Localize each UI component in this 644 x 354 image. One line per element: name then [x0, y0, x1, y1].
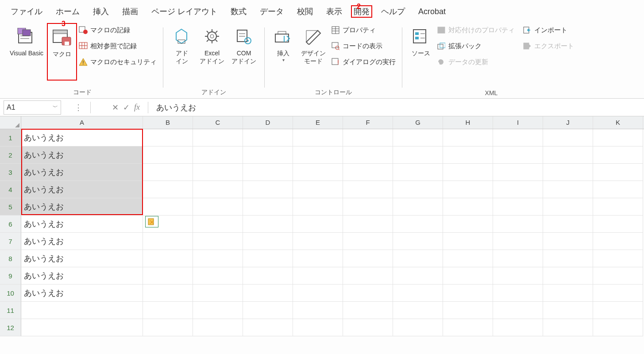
cell-C9[interactable]: [193, 267, 243, 285]
cell-E1[interactable]: [293, 129, 343, 146]
design-mode-button[interactable]: デザイン モード: [297, 23, 329, 81]
menu-item-4[interactable]: ページ レイアウト: [147, 5, 222, 18]
cell-E4[interactable]: [293, 181, 343, 198]
enter-icon[interactable]: ✓: [123, 103, 130, 112]
cell-C6[interactable]: [193, 215, 243, 233]
cell-A3[interactable]: あいうえお: [21, 164, 143, 181]
cell-G6[interactable]: [393, 215, 443, 233]
cell-A10[interactable]: あいうえお: [21, 285, 143, 302]
cell-H7[interactable]: [443, 233, 493, 250]
cell-B9[interactable]: [143, 267, 193, 285]
menu-item-8[interactable]: 表示: [322, 5, 347, 18]
cell-J6[interactable]: [543, 215, 593, 233]
name-box[interactable]: A1 ﹀: [4, 100, 61, 115]
cell-B2[interactable]: [143, 146, 193, 164]
cell-E11[interactable]: [293, 302, 343, 319]
column-header-F[interactable]: F: [343, 116, 393, 129]
cell-K1[interactable]: [593, 129, 643, 146]
cell-G10[interactable]: [393, 285, 443, 302]
cell-F5[interactable]: [343, 198, 393, 215]
view-code-button[interactable]: コードの表示: [331, 42, 396, 50]
cell-A7[interactable]: あいうえお: [21, 233, 143, 250]
cell-E3[interactable]: [293, 164, 343, 181]
menu-item-10[interactable]: ヘルプ: [377, 5, 409, 18]
cell-H11[interactable]: [443, 302, 493, 319]
macro-button[interactable]: マクロ: [47, 23, 77, 81]
cell-K5[interactable]: [593, 198, 643, 215]
cell-C1[interactable]: [193, 129, 243, 146]
cell-B10[interactable]: [143, 285, 193, 302]
cell-D4[interactable]: [243, 181, 293, 198]
cell-C10[interactable]: [193, 285, 243, 302]
cell-F12[interactable]: [343, 319, 393, 336]
cell-D11[interactable]: [243, 302, 293, 319]
cell-J9[interactable]: [543, 267, 593, 285]
cell-I7[interactable]: [493, 233, 543, 250]
cell-J12[interactable]: [543, 319, 593, 336]
cell-B5[interactable]: [143, 198, 193, 215]
cell-E9[interactable]: [293, 267, 343, 285]
cell-K3[interactable]: [593, 164, 643, 181]
cell-K2[interactable]: [593, 146, 643, 164]
cell-F2[interactable]: [343, 146, 393, 164]
fx-icon[interactable]: fx: [134, 103, 140, 112]
row-header-1[interactable]: 1: [0, 129, 21, 146]
menu-item-1[interactable]: ホーム: [51, 5, 84, 18]
cell-C8[interactable]: [193, 250, 243, 267]
row-header-11[interactable]: 11: [0, 302, 21, 319]
cell-G8[interactable]: [393, 250, 443, 267]
cell-H4[interactable]: [443, 181, 493, 198]
column-header-J[interactable]: J: [543, 116, 593, 129]
cell-D7[interactable]: [243, 233, 293, 250]
cell-B8[interactable]: [143, 250, 193, 267]
column-header-B[interactable]: B: [143, 116, 193, 129]
cell-I11[interactable]: [493, 302, 543, 319]
column-header-I[interactable]: I: [493, 116, 543, 129]
cell-J11[interactable]: [543, 302, 593, 319]
cell-D6[interactable]: [243, 215, 293, 233]
cell-C11[interactable]: [193, 302, 243, 319]
properties-button[interactable]: プロパティ: [331, 26, 396, 35]
menu-item-9[interactable]: 開発: [351, 5, 372, 18]
cell-F6[interactable]: [343, 215, 393, 233]
column-header-G[interactable]: G: [393, 116, 443, 129]
column-header-H[interactable]: H: [443, 116, 493, 129]
cell-C2[interactable]: [193, 146, 243, 164]
cell-H10[interactable]: [443, 285, 493, 302]
column-header-D[interactable]: D: [243, 116, 293, 129]
extension-pack-button[interactable]: 拡張パック: [437, 42, 515, 50]
cell-D9[interactable]: [243, 267, 293, 285]
cell-J10[interactable]: [543, 285, 593, 302]
column-header-K[interactable]: K: [593, 116, 643, 129]
cell-K8[interactable]: [593, 250, 643, 267]
cell-A5[interactable]: あいうえお: [21, 198, 143, 215]
cell-E12[interactable]: [293, 319, 343, 336]
macro-security-button[interactable]: ! マクロのセキュリティ: [79, 58, 157, 66]
cell-B12[interactable]: [143, 319, 193, 336]
cell-J2[interactable]: [543, 146, 593, 164]
record-macro-button[interactable]: マクロの記録: [79, 26, 157, 35]
cell-J8[interactable]: [543, 250, 593, 267]
cell-G9[interactable]: [393, 267, 443, 285]
cell-I8[interactable]: [493, 250, 543, 267]
menu-item-2[interactable]: 挿入: [89, 5, 113, 18]
run-dialog-button[interactable]: ! ダイアログの実行: [331, 58, 396, 66]
insert-control-button[interactable]: 挿入 ▾: [269, 23, 297, 81]
cell-A11[interactable]: [21, 302, 143, 319]
source-button[interactable]: ソース: [407, 23, 435, 81]
cell-E5[interactable]: [293, 198, 343, 215]
cell-B1[interactable]: [143, 129, 193, 146]
cell-A1[interactable]: あいうえお: [21, 129, 143, 146]
visual-basic-button[interactable]: Visual Basic: [6, 23, 47, 81]
cell-B7[interactable]: [143, 233, 193, 250]
column-header-A[interactable]: A: [21, 116, 143, 129]
com-addin-button[interactable]: COM アドイン: [228, 23, 260, 81]
addin-button[interactable]: アド イン: [168, 23, 196, 81]
column-header-C[interactable]: C: [193, 116, 243, 129]
cell-I6[interactable]: [493, 215, 543, 233]
cell-D3[interactable]: [243, 164, 293, 181]
cell-D8[interactable]: [243, 250, 293, 267]
cell-I9[interactable]: [493, 267, 543, 285]
cell-D10[interactable]: [243, 285, 293, 302]
cell-F4[interactable]: [343, 181, 393, 198]
